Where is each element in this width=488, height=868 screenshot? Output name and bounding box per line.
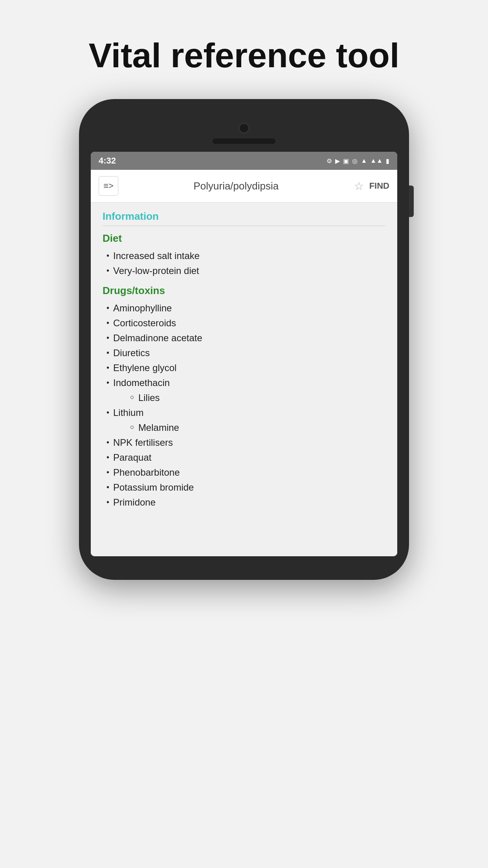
- sync-icon: ◎: [352, 157, 358, 165]
- phone-frame: 4:32 ⚙ ▶ ▣ ◎ ▲ ▲▲ ▮ ≡> Polyuria/polydips…: [79, 99, 409, 580]
- status-bar: 4:32 ⚙ ▶ ▣ ◎ ▲ ▲▲ ▮: [91, 152, 397, 170]
- wifi-icon: ▲: [361, 157, 367, 164]
- drugs-list: AminophyllineCorticosteroidsDelmadinone …: [106, 301, 385, 510]
- list-item: Increased salt intake: [106, 248, 385, 263]
- app-logo[interactable]: ≡>: [99, 176, 118, 196]
- list-item: Corticosteroids: [106, 316, 385, 331]
- camera: [238, 123, 250, 134]
- section-information: Information: [103, 210, 385, 226]
- header-actions: ☆ FIND: [354, 180, 389, 193]
- page-title: Vital reference tool: [0, 0, 488, 99]
- list-item: Primidone: [106, 495, 385, 510]
- signal-icon: ▲▲: [370, 157, 383, 164]
- phone-top: [91, 123, 397, 144]
- status-time: 4:32: [99, 156, 116, 166]
- app-title: Polyuria/polydipsia: [124, 180, 349, 192]
- list-item: Very-low-protein diet: [106, 263, 385, 278]
- list-item: Paraquat: [106, 450, 385, 465]
- app-content: Information Diet Increased salt intake V…: [91, 202, 397, 556]
- battery-icon: ▮: [386, 157, 389, 165]
- list-item: Ethylene glycol: [106, 360, 385, 375]
- list-item: NPK fertilisers: [106, 435, 385, 450]
- phone-button-right: [409, 186, 414, 217]
- find-button[interactable]: FIND: [369, 181, 389, 191]
- storage-icon: ▣: [343, 157, 349, 165]
- list-item: Melamine: [130, 420, 385, 435]
- list-item: Lithium: [106, 405, 385, 420]
- phone-screen: 4:32 ⚙ ▶ ▣ ◎ ▲ ▲▲ ▮ ≡> Polyuria/polydips…: [91, 152, 397, 556]
- drugs-header: Drugs/toxins: [103, 285, 385, 297]
- favorite-icon[interactable]: ☆: [354, 180, 364, 193]
- diet-list: Increased salt intake Very-low-protein d…: [106, 248, 385, 278]
- list-item: Lilies: [130, 390, 385, 405]
- list-item: Potassium bromide: [106, 480, 385, 495]
- speaker: [213, 138, 275, 144]
- list-item: Indomethacin: [106, 375, 385, 390]
- settings-icon: ⚙: [327, 157, 332, 165]
- play-icon: ▶: [335, 157, 340, 165]
- list-item: Aminophylline: [106, 301, 385, 316]
- sub-list: Lilies: [130, 390, 385, 405]
- status-icons: ⚙ ▶ ▣ ◎ ▲ ▲▲ ▮: [327, 157, 389, 165]
- sub-list: Melamine: [130, 420, 385, 435]
- list-item: Delmadinone acetate: [106, 331, 385, 346]
- logo-symbol: ≡>: [103, 181, 114, 191]
- list-item: Diuretics: [106, 346, 385, 360]
- diet-header: Diet: [103, 232, 385, 245]
- app-header: ≡> Polyuria/polydipsia ☆ FIND: [91, 170, 397, 202]
- list-item: Phenobarbitone: [106, 465, 385, 480]
